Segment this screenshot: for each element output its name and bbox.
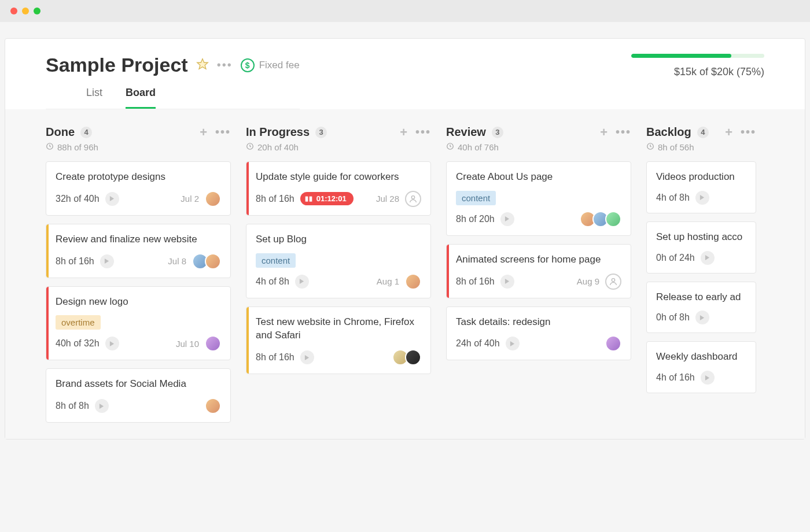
column-more-icon[interactable]: •••: [741, 125, 756, 139]
task-card[interactable]: Task details: redesign24h of 40h: [446, 306, 631, 361]
window-minimize-icon[interactable]: [22, 8, 29, 14]
card-title: Create prototype designs: [56, 170, 221, 184]
board-column: In Progress 3 + ••• 20h of 40h Update st…: [246, 125, 431, 423]
board-column: Done 4 + ••• 88h of 96h Create prototype…: [46, 125, 231, 423]
play-button[interactable]: [300, 350, 314, 364]
card-date: Jul 10: [176, 339, 199, 349]
task-card[interactable]: Review and finalize new website8h of 16h…: [46, 224, 231, 278]
play-button[interactable]: [701, 251, 715, 265]
more-icon[interactable]: •••: [217, 58, 233, 72]
clock-icon: [646, 142, 654, 152]
clock-icon: [446, 142, 454, 152]
column-hours: 88h of 96h: [57, 142, 98, 152]
board-column: Backlog 4 + ••• 8h of 56h Videos product…: [646, 125, 756, 423]
play-button[interactable]: [506, 337, 520, 350]
window-maximize-icon[interactable]: [34, 8, 41, 14]
card-avatars: [405, 191, 421, 207]
card-hours: 0h of 24h: [656, 253, 695, 263]
card-avatars: [392, 349, 421, 365]
card-hours: 8h of 16h: [256, 194, 294, 204]
card-date: Jul 8: [168, 256, 186, 266]
play-button[interactable]: [695, 191, 709, 205]
add-card-icon[interactable]: +: [200, 126, 207, 139]
card-hours: 8h of 16h: [456, 276, 495, 287]
task-card[interactable]: Set up hosting acco0h of 24h: [646, 221, 756, 274]
assignee-avatar[interactable]: [405, 274, 421, 290]
play-button[interactable]: [100, 254, 114, 268]
task-card[interactable]: Create prototype designs32h of 40hJul 2: [46, 161, 231, 216]
card-title: Design new logo: [56, 295, 221, 309]
task-card[interactable]: Test new website in Chrome, Firefox and …: [246, 306, 431, 375]
card-hours: 32h of 40h: [56, 194, 100, 204]
assignee-avatar[interactable]: [205, 335, 221, 352]
card-title: Create About Us page: [456, 170, 621, 184]
svg-marker-14: [510, 341, 514, 346]
assignee-avatar[interactable]: [205, 253, 221, 269]
assignee-avatar[interactable]: [205, 398, 221, 414]
card-title: Update style guide for coworkers: [256, 170, 421, 184]
assignee-placeholder-icon[interactable]: [605, 274, 621, 290]
task-card[interactable]: Set up Blogcontent4h of 8hAug 1: [246, 224, 431, 298]
column-title: Review: [446, 125, 486, 139]
column-title: Done: [46, 125, 75, 139]
card-stripe: [46, 224, 49, 278]
card-hours: 8h of 20h: [456, 214, 495, 224]
assignee-avatar[interactable]: [605, 211, 621, 227]
star-icon[interactable]: [196, 58, 209, 73]
task-card[interactable]: Brand assets for Social Media8h of 8h: [46, 368, 231, 423]
card-title: Review and finalize new website: [56, 232, 221, 246]
tab-board[interactable]: Board: [126, 87, 156, 109]
task-card[interactable]: Videos production4h of 8h: [646, 161, 756, 213]
assignee-avatar[interactable]: [405, 349, 421, 365]
assignee-placeholder-icon[interactable]: [405, 191, 421, 207]
window-close-icon[interactable]: [10, 8, 17, 14]
play-button[interactable]: [701, 371, 715, 385]
card-avatars: [580, 211, 621, 227]
svg-marker-19: [705, 375, 709, 380]
play-button[interactable]: [105, 337, 119, 350]
card-title: Weekly dashboard: [656, 350, 746, 364]
project-title: Sample Project: [46, 54, 188, 76]
card-title: Animated screens for home page: [456, 253, 621, 267]
task-card[interactable]: Weekly dashboard4h of 16h: [646, 341, 756, 393]
card-stripe: [246, 162, 249, 215]
play-button[interactable]: [95, 399, 109, 413]
card-avatars: [605, 274, 621, 290]
task-card[interactable]: Animated screens for home page8h of 16hA…: [446, 244, 631, 298]
column-count-badge: 3: [492, 127, 503, 138]
task-card[interactable]: Release to early ad0h of 8h: [646, 282, 756, 334]
card-avatars: [205, 335, 221, 352]
play-button[interactable]: [295, 275, 309, 289]
budget-text: $15k of $20k (75%): [631, 66, 764, 78]
assignee-avatar[interactable]: [605, 335, 621, 352]
task-card[interactable]: Update style guide for coworkers8h of 16…: [246, 161, 431, 216]
timer-badge[interactable]: ▮▮01:12:01: [300, 192, 354, 205]
play-button[interactable]: [500, 212, 514, 226]
column-more-icon[interactable]: •••: [415, 125, 431, 139]
card-hours: 24h of 40h: [456, 338, 500, 349]
card-tag: content: [256, 253, 296, 268]
card-avatars: [205, 191, 221, 207]
play-button[interactable]: [500, 275, 514, 289]
task-card[interactable]: Create About Us pagecontent8h of 20h: [446, 161, 631, 236]
card-tag: overtime: [56, 315, 101, 330]
card-title: Set up Blog: [256, 232, 421, 246]
add-card-icon[interactable]: +: [600, 126, 608, 139]
add-card-icon[interactable]: +: [400, 126, 407, 139]
column-title: In Progress: [246, 125, 310, 139]
column-more-icon[interactable]: •••: [616, 125, 631, 139]
card-date: Jul 2: [181, 194, 199, 204]
add-card-icon[interactable]: +: [725, 126, 732, 139]
board-column: Review 3 + ••• 40h of 76h Create About U…: [446, 125, 631, 423]
tab-list[interactable]: List: [86, 87, 102, 109]
task-card[interactable]: Design new logoovertime40h of 32hJul 10: [46, 286, 231, 361]
column-hours: 40h of 76h: [458, 142, 499, 152]
currency-icon: $: [241, 58, 255, 72]
play-button[interactable]: [105, 192, 119, 206]
assignee-avatar[interactable]: [205, 191, 221, 207]
column-count-badge: 4: [80, 127, 92, 138]
column-count-badge: 4: [697, 127, 709, 138]
svg-point-13: [612, 278, 614, 281]
column-more-icon[interactable]: •••: [215, 125, 231, 139]
play-button[interactable]: [695, 311, 709, 324]
